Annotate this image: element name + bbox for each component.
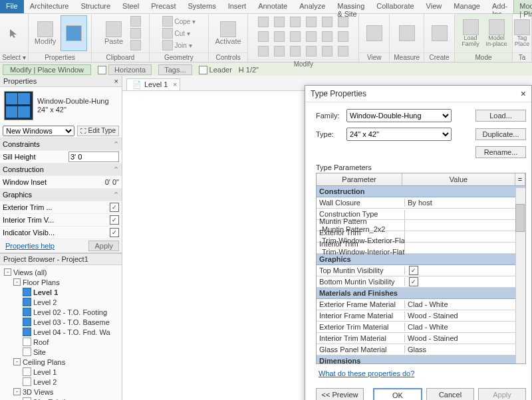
prop-row[interactable]: Sill Height [0, 151, 122, 163]
view-tool[interactable] [366, 25, 382, 41]
param-row[interactable]: Interior Frame MaterialWood - Stained [317, 310, 525, 322]
param-row[interactable]: Wall ClosureBy host [317, 197, 525, 209]
menu-collaborate[interactable]: Collaborate [370, 0, 420, 13]
menu-precast[interactable]: Precast [145, 0, 182, 13]
tags-button[interactable]: Tags... [158, 64, 192, 75]
tree-item[interactable]: -Views (all) [1, 267, 120, 277]
prop-checkbox[interactable]: ✓ [110, 215, 119, 225]
create-tool[interactable] [432, 25, 448, 41]
menu-systems[interactable]: Systems [182, 0, 221, 13]
menu-structure[interactable]: Structure [74, 0, 116, 13]
family-dropdown[interactable]: Window-Double-Hung [346, 109, 452, 122]
paste-button[interactable]: Paste [100, 16, 128, 50]
tree-item[interactable]: Level 1 [1, 367, 120, 377]
param-row[interactable]: Exterior Trim MaterialClad - White [317, 322, 525, 333]
param-row[interactable]: Interior TrimTrim-Window-Interior-Flat :… [317, 243, 525, 254]
modify-tools[interactable] [248, 14, 358, 59]
leader-checkbox[interactable] [199, 66, 207, 74]
properties-apply-button[interactable]: Apply [88, 241, 119, 251]
prop-row[interactable]: Exterior Trim ...✓ [0, 201, 122, 214]
param-row[interactable]: Glass Panel MaterialGlass [317, 344, 525, 355]
filter-dropdown[interactable]: New Windows [3, 126, 74, 136]
param-grid: ParameterValue= Construction⌃Wall Closur… [316, 173, 526, 364]
dialog-scrollbar[interactable] [515, 188, 525, 363]
menu-insert[interactable]: Insert [222, 0, 253, 13]
param-row[interactable]: Exterior Frame MaterialClad - White [317, 299, 525, 310]
menu-manage[interactable]: Manage [448, 0, 486, 13]
prop-group-constraints[interactable]: Constraints⌃ [0, 138, 122, 151]
tag-button[interactable]: Tag Place [514, 16, 530, 50]
duplicate-button[interactable]: Duplicate... [475, 128, 526, 140]
prop-group-construction[interactable]: Construction⌃ [0, 163, 122, 176]
tree-item[interactable]: -Floor Plans [1, 277, 120, 287]
param-row[interactable]: Interior Trim MaterialWood - Stained [317, 333, 525, 344]
properties-help-link[interactable]: Properties help [3, 241, 57, 251]
param-category[interactable]: Dimensions⌃ [317, 355, 525, 364]
tree-item[interactable]: Level 2 [1, 377, 120, 387]
param-category[interactable]: Graphics⌃ [317, 254, 525, 265]
param-category[interactable]: Construction⌃ [317, 186, 525, 197]
menu-analyze[interactable]: Analyze [293, 0, 331, 13]
menu-annotate[interactable]: Annotate [252, 0, 293, 13]
menu-architecture[interactable]: Architecture [24, 0, 75, 13]
prop-row[interactable]: Indicator Visib...✓ [0, 227, 122, 239]
menu-file[interactable]: File [0, 0, 24, 13]
tree-item[interactable]: -Ceiling Plans [1, 357, 120, 367]
tree-item[interactable]: Level 04 - T.O. Fnd. Wa [1, 327, 120, 337]
tree-item[interactable]: Level 1 [1, 287, 120, 297]
dialog-apply-button[interactable]: Apply [478, 388, 526, 400]
menu-steel[interactable]: Steel [116, 0, 145, 13]
load-button[interactable]: Load... [475, 110, 526, 122]
properties-toggle[interactable] [61, 15, 87, 51]
clipboard-stack[interactable] [130, 16, 141, 50]
panel-view-title: View [359, 52, 389, 62]
cut-button[interactable]: Cut ▾ [162, 28, 196, 39]
type-dropdown[interactable]: 24" x 42" [346, 128, 452, 141]
col-value: Value [402, 173, 515, 185]
param-row[interactable]: Bottom Muntin Visibility✓ [317, 276, 525, 288]
col-equals: = [515, 173, 525, 185]
ok-button[interactable]: OK [373, 388, 422, 400]
measure-tool[interactable] [399, 25, 415, 41]
prop-row[interactable]: Interior Trim V...✓ [0, 214, 122, 227]
horizontal-checkbox[interactable] [98, 66, 106, 74]
cancel-button[interactable]: Cancel [426, 388, 474, 400]
tree-item[interactable]: Site [1, 347, 120, 357]
prop-checkbox[interactable]: ✓ [110, 228, 119, 237]
view-tab-level1[interactable]: 📄Level 1× [126, 78, 180, 90]
menu-add-ins[interactable]: Add-Ins [486, 0, 513, 13]
prop-group-graphics[interactable]: Graphics⌃ [0, 189, 122, 201]
menu-massing-site[interactable]: Massing & Site [331, 0, 370, 13]
load-family-button[interactable]: Load Family [459, 16, 482, 50]
tree-item[interactable]: -3D Views [1, 387, 120, 397]
properties-help-link[interactable]: What do these properties do? [316, 364, 526, 383]
prop-input[interactable] [68, 151, 119, 162]
panel-controls-title: Controls [209, 52, 248, 62]
dialog-close-icon[interactable]: × [521, 88, 526, 99]
edit-type-button[interactable]: ⛶ Edit Type [77, 126, 119, 136]
palette-close-icon[interactable]: × [114, 77, 118, 85]
model-inplace-button[interactable]: Model In-place [485, 16, 508, 50]
param-category[interactable]: Materials and Finishes⌃ [317, 288, 525, 299]
tree-item[interactable]: Level 03 - T.O. Baseme [1, 317, 120, 327]
view-tab-close-icon[interactable]: × [173, 80, 177, 88]
tree-item[interactable]: Level 2 [1, 297, 120, 307]
prop-row[interactable]: Window Inset0' 0" [0, 176, 122, 189]
rename-button[interactable]: Rename... [475, 146, 526, 158]
activate-button[interactable]: Activate [214, 16, 242, 50]
tree-item[interactable]: Roof [1, 337, 120, 347]
menu-modify-pla[interactable]: Modify | Pla [513, 0, 532, 14]
type-selector[interactable]: Window-Double-Hung24" x 42" [0, 87, 122, 124]
modify-button[interactable]: Modify [33, 16, 58, 50]
tree-item[interactable]: 01 - Existing [1, 397, 120, 400]
horizontal-label[interactable]: Horizonta [108, 64, 152, 75]
select-arrow[interactable] [4, 16, 24, 50]
param-row[interactable]: Top Muntin Visibility✓ [317, 265, 525, 276]
join-button[interactable]: Join ▾ [162, 40, 196, 50]
menu-view[interactable]: View [420, 0, 448, 13]
prop-checkbox[interactable]: ✓ [110, 203, 119, 212]
tree-item[interactable]: Level 02 - T.O. Footing [1, 307, 120, 317]
cope-button[interactable]: Cope ▾ [162, 16, 196, 27]
canvas[interactable]: Type Properties× Family:Window-Double-Hu… [122, 90, 532, 400]
preview-button[interactable]: << Preview [316, 388, 364, 400]
